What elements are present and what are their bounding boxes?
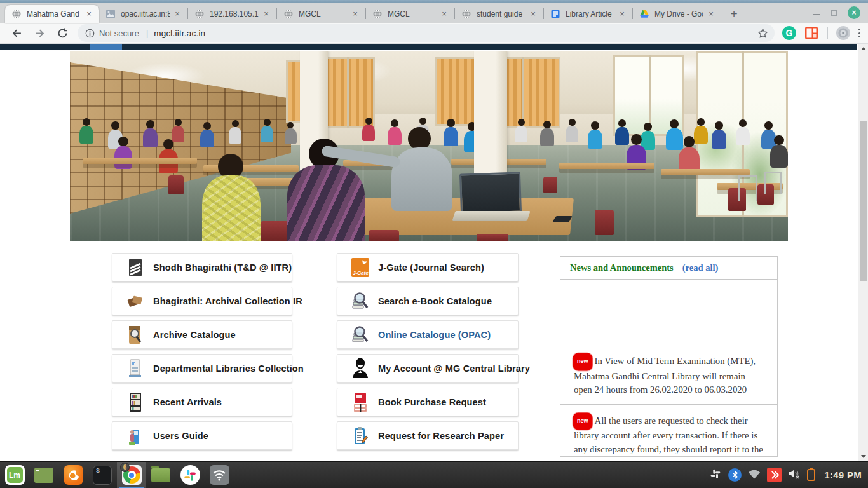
read-all-link[interactable]: (read all) [682,262,719,273]
address-separator: | [146,29,148,38]
profile-avatar-icon[interactable] [836,25,851,41]
mint-menu-icon: Lm [5,465,25,485]
terminal-icon: $_ [93,466,112,485]
tab-ip-address[interactable]: 192.168.105.14 × [188,5,276,23]
book-stack-icon [126,256,145,279]
anydesk-icon[interactable] [767,468,782,482]
window-count-badge: 6 [120,463,130,472]
new-tab-button[interactable]: + [725,5,743,23]
news-header: News and Announcements (read all) [560,257,777,280]
google-drive-icon [639,9,649,19]
browser-menu-icon[interactable] [858,29,860,37]
scroll-down-arrow[interactable] [858,452,868,461]
security-label: Not secure [99,29,139,38]
jgate-logo-icon: J-Gate [351,256,370,279]
link-search-ebook-catalogue[interactable]: Search e-Book Catalogue [337,287,519,315]
wifi-tray-icon[interactable] [748,469,761,482]
globe-icon [11,9,22,19]
tab-mgcl-2[interactable]: MGCL × [366,5,454,23]
globe-icon [372,9,383,19]
tab-title: opac.iitr.ac.in:8 [121,10,170,18]
tab-title: 192.168.105.14 [210,10,259,18]
tab-title: MGCL [388,10,437,18]
clipboard-pencil-icon [351,424,370,447]
search-books-icon [351,323,370,346]
taskbar-clock[interactable]: 1:49 PM [824,470,862,480]
bookshelf-icon [126,391,145,414]
slack-launcher[interactable] [175,462,205,488]
news-announcements-panel: News and Announcements (read all) newIn … [560,256,778,457]
back-button[interactable] [9,25,24,41]
terminal-launcher[interactable]: $_ [88,462,117,488]
tab-title: MGCL [299,10,348,18]
toolbar-separator [827,27,828,39]
link-my-account[interactable]: My Account @ MG Central Library [337,354,519,383]
show-desktop-button[interactable] [29,462,58,488]
bookmark-star-icon[interactable] [757,28,768,39]
news-item: newAll the users are requested to check … [560,405,777,458]
browser-tab-strip: Mahatma Gand × opac.iitr.ac.in:8 × 192.1… [0,0,868,23]
link-book-purchase-request[interactable]: Book Purchase Request [337,388,519,416]
chrome-launcher[interactable]: 6 [117,462,146,488]
network-launcher[interactable] [205,462,234,488]
reload-button[interactable] [55,25,70,41]
files-launcher[interactable] [146,462,175,488]
tab-close-icon[interactable]: × [261,9,271,19]
tab-close-icon[interactable]: × [617,9,627,19]
link-users-guide[interactable]: Users Guide [112,421,292,450]
address-bar[interactable]: Not secure | mgcl.iitr.ac.in [78,24,775,42]
info-icon[interactable] [85,29,95,38]
page-scrollbar[interactable] [858,44,868,461]
orange-extension-icon[interactable] [804,25,819,41]
archive-search-icon [126,323,145,346]
mint-menu-button[interactable]: Lm [0,462,29,488]
slack-icon [180,465,200,485]
link-online-catalogue-opac[interactable]: Online Catalogue (OPAC) [337,320,519,349]
link-request-research-paper[interactable]: Request for Research Paper [337,421,519,450]
link-recent-arrivals[interactable]: Recent Arrivals [112,388,292,416]
window-minimize-button[interactable] [813,14,820,15]
link-bhagirathi-archival[interactable]: Bhagirathi: Archival Collection IR [112,287,292,315]
tab-close-icon[interactable]: × [84,9,94,19]
news-item-text: All the users are requested to check the… [574,416,763,454]
tab-student-guide[interactable]: student guide × [455,5,543,23]
tab-library-article[interactable]: Library Article D × [544,5,632,23]
tab-mahatma-gandhi[interactable]: Mahatma Gand × [5,5,99,23]
battery-icon[interactable] [807,469,815,481]
tab-close-icon[interactable]: × [528,9,538,19]
firefox-icon [64,465,83,485]
slack-tray-icon[interactable] [709,468,722,483]
volume-muted-icon[interactable] [788,468,801,482]
tab-close-icon[interactable]: × [706,9,716,19]
firefox-launcher[interactable] [58,462,88,488]
link-shodh-bhagirathi[interactable]: Shodh Bhagirathi (T&D @ IITR) [112,253,292,281]
news-empty-area [560,280,777,345]
page-url: mgcl.iitr.ac.in [154,29,205,38]
window-restore-button[interactable] [831,10,837,16]
tab-title: My Drive - Goo [654,10,703,18]
svg-text:J-Gate: J-Gate [353,270,369,276]
grammarly-extension-icon[interactable]: G [782,26,796,40]
tab-close-icon[interactable]: × [350,9,360,19]
news-item: newIn View of Mid Term Examination (MTE)… [560,345,777,405]
site-nav-bar [0,44,857,50]
tab-close-icon[interactable]: × [439,9,449,19]
scrollbar-thumb[interactable] [860,121,867,281]
globe-icon [283,9,294,19]
forward-button[interactable] [32,25,47,41]
link-archive-catalogue[interactable]: Archive Catalogue [112,320,292,349]
scroll-up-arrow[interactable] [858,44,868,53]
tab-close-icon[interactable]: × [172,9,182,19]
link-jgate[interactable]: J-Gate J-Gate (Journal Search) [337,253,519,281]
link-departmental-libraries[interactable]: Departmental Libraries Collection [112,354,292,383]
tab-opac[interactable]: opac.iitr.ac.in:8 × [99,5,187,23]
window-close-button[interactable]: × [848,6,860,19]
browser-toolbar: Not secure | mgcl.iitr.ac.in G [0,23,868,44]
globe-icon [194,9,205,19]
news-item-text: In View of Mid Term Examination (MTE), M… [574,356,756,395]
nav-active-item[interactable] [90,44,122,50]
guide-kiosk-icon [126,424,145,447]
bluetooth-icon[interactable] [728,468,742,482]
tab-my-drive[interactable]: My Drive - Goo × [633,5,721,23]
tab-mgcl-1[interactable]: MGCL × [277,5,365,23]
